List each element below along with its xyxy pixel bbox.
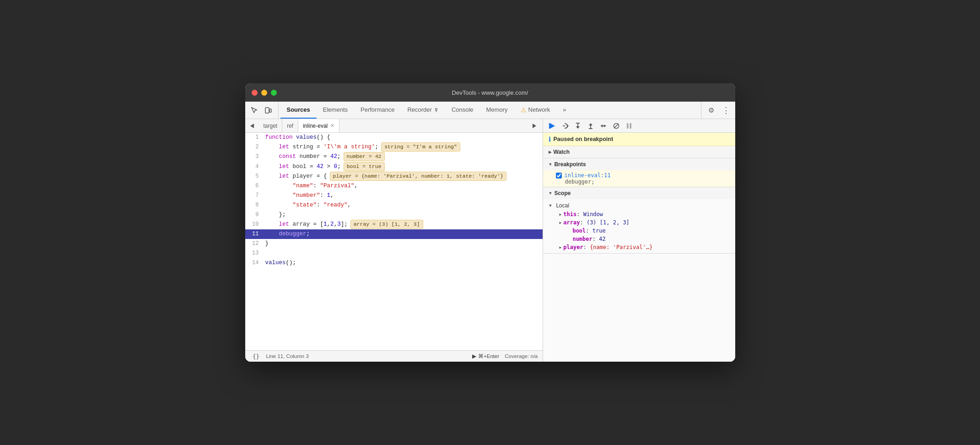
run-snippet-button[interactable]: ▶ ⌘+Enter: [472, 353, 499, 359]
breakpoints-section-header[interactable]: ▼ Breakpoints: [543, 158, 735, 170]
file-tabs-right: [528, 119, 541, 132]
code-line-2: 2 let string = 'I\'m a string';string = …: [245, 142, 543, 152]
toolbar-icons: [248, 102, 279, 119]
file-tab-ref[interactable]: ref: [282, 119, 298, 132]
breakpoints-section: ▼ Breakpoints inline-eval:11 debugger;: [543, 158, 735, 187]
file-tab-close-icon[interactable]: ✕: [330, 123, 334, 128]
scope-section-header[interactable]: ▼ Scope: [543, 187, 735, 199]
svg-marker-9: [576, 126, 580, 129]
svg-rect-0: [265, 108, 269, 113]
code-line-11: 11 debugger;: [245, 229, 543, 239]
scope-label: Scope: [554, 190, 571, 196]
svg-marker-3: [533, 124, 536, 128]
tab-memory[interactable]: Memory: [480, 102, 514, 119]
main-toolbar: Sources Elements Performance Recorder 🎙 …: [245, 102, 735, 119]
more-tabs-icon: »: [563, 106, 566, 113]
code-line-10: 10 let array = [1,2,3];array = (3) [1, 2…: [245, 220, 543, 229]
breakpoints-label: Breakpoints: [554, 161, 586, 168]
svg-marker-2: [250, 124, 254, 128]
window-title: DevTools - www.google.com/: [452, 89, 528, 96]
tab-sources[interactable]: Sources: [280, 102, 317, 119]
coverage-label: Coverage: n/a: [505, 353, 538, 359]
scope-item-array[interactable]: array: (3) [1, 2, 3]: [549, 218, 730, 227]
code-line-14: 14 values();: [245, 258, 543, 268]
settings-button[interactable]: ⚙: [705, 104, 718, 117]
maximize-button[interactable]: [271, 90, 277, 96]
file-tab-inline-eval[interactable]: inline-eval ✕: [298, 119, 339, 132]
filetab-nav-right[interactable]: [528, 119, 541, 132]
close-button[interactable]: [252, 90, 258, 96]
code-line-3: 3 const number = 42;number = 42: [245, 152, 543, 162]
breakpoint-checkbox[interactable]: [556, 173, 562, 179]
svg-rect-1: [269, 109, 271, 112]
breakpoint-code: debugger;: [556, 179, 730, 185]
inline-eval-4: bool = true: [344, 162, 385, 171]
traffic-lights: [252, 90, 277, 96]
toolbar-right: ⚙ ⋮: [701, 102, 732, 119]
breakpoints-triangle: ▼: [549, 162, 553, 167]
svg-rect-19: [627, 123, 629, 129]
svg-marker-6: [567, 125, 569, 127]
devtools-window: DevTools - www.google.com/ Sources Eleme…: [245, 83, 735, 362]
code-line-5: 5 let player = {player = {name: 'Parziva…: [245, 172, 543, 181]
scope-item-player[interactable]: player: {name: 'Parzival'…}: [549, 243, 730, 251]
right-panel: ℹ Paused on breakpoint ▶ Watch ▼ Breakpo…: [543, 119, 735, 362]
breakpoint-line1: inline-eval:11: [556, 172, 730, 179]
run-icon: ▶: [472, 353, 476, 359]
file-tabs: target ref inline-eval ✕: [245, 119, 543, 133]
scope-local-label: Local: [556, 202, 569, 209]
resume-button[interactable]: [547, 120, 558, 131]
minimize-button[interactable]: [261, 90, 267, 96]
inline-eval-3: number = 42: [344, 152, 385, 161]
tab-elements[interactable]: Elements: [317, 102, 354, 119]
tab-recorder[interactable]: Recorder 🎙: [401, 102, 445, 119]
code-line-6: 6 "name": "Parzival",: [245, 181, 543, 191]
filetab-nav-back[interactable]: [247, 121, 257, 131]
left-panel: target ref inline-eval ✕: [245, 119, 543, 362]
svg-marker-4: [550, 123, 555, 129]
tab-console[interactable]: Console: [445, 102, 480, 119]
inspect-icon[interactable]: [248, 104, 261, 117]
watch-label: Watch: [554, 149, 570, 155]
svg-marker-15: [604, 125, 606, 127]
step-button[interactable]: [598, 120, 609, 131]
scope-triangle: ▼: [549, 191, 553, 195]
pause-on-exceptions-button[interactable]: [624, 120, 635, 131]
tab-more[interactable]: »: [556, 102, 572, 119]
watch-section-header[interactable]: ▶ Watch: [543, 146, 735, 158]
inline-eval-10: array = (3) [1, 2, 3]: [350, 220, 423, 229]
titlebar: DevTools - www.google.com/: [245, 83, 735, 102]
code-line-8: 8 "state": "ready",: [245, 201, 543, 210]
code-line-13: 13: [245, 249, 543, 258]
status-bar: {} Line 11, Column 3 ▶ ⌘+Enter Coverage:…: [245, 350, 543, 362]
step-out-button[interactable]: [585, 120, 596, 131]
more-options-button[interactable]: ⋮: [720, 104, 732, 117]
notice-text: Paused on breakpoint: [554, 136, 614, 142]
breakpoint-notice: ℹ Paused on breakpoint: [543, 133, 735, 146]
svg-rect-5: [549, 123, 550, 129]
main-tabs: Sources Elements Performance Recorder 🎙 …: [280, 102, 701, 119]
scope-local-header[interactable]: ▼ Local: [549, 201, 730, 210]
svg-rect-20: [630, 123, 631, 129]
notice-icon: ℹ: [549, 136, 551, 143]
tab-network[interactable]: ⚠ Network: [514, 102, 557, 119]
main-content: target ref inline-eval ✕: [245, 119, 735, 362]
deactivate-breakpoints-button[interactable]: [611, 120, 622, 131]
format-code-button[interactable]: {}: [250, 350, 263, 362]
scope-item-this[interactable]: this: Window: [549, 210, 730, 218]
network-warning-icon: ⚠: [521, 106, 527, 114]
code-editor[interactable]: 1 function values() { 2 let string = 'I\…: [245, 133, 543, 350]
step-over-button[interactable]: [560, 120, 571, 131]
code-line-1: 1 function values() {: [245, 133, 543, 142]
code-line-9: 9 };: [245, 210, 543, 220]
step-into-button[interactable]: [572, 120, 583, 131]
device-mode-icon[interactable]: [262, 104, 275, 117]
scope-local: ▼ Local this: Window array: (3) [1, 2, 3…: [543, 199, 735, 253]
breakpoint-entry: inline-eval:11 debugger;: [543, 170, 735, 187]
tab-performance[interactable]: Performance: [354, 102, 401, 119]
file-tab-target[interactable]: target: [259, 119, 283, 132]
run-label: ⌘+Enter: [478, 353, 499, 359]
code-line-4: 4 let bool = 42 > 0;bool = true: [245, 162, 543, 172]
breakpoint-file: inline-eval:11: [565, 172, 611, 179]
watch-section: ▶ Watch: [543, 146, 735, 158]
